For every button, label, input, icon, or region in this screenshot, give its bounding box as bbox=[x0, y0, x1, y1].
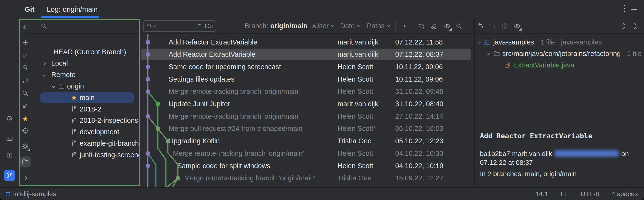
file-row[interactable]: java-samples1 filejava-samples bbox=[475, 37, 644, 47]
favorite-branches-icon[interactable]: ★ bbox=[20, 113, 30, 124]
sidebar-item-example-git-branch[interactable]: example-git-branch bbox=[31, 138, 140, 149]
caret-position-widget[interactable]: 14:1 bbox=[535, 190, 548, 198]
expand-panel-icon[interactable] bbox=[20, 173, 30, 183]
commit-author: Trisha Gee bbox=[338, 137, 394, 145]
caret-corner bbox=[449, 28, 452, 31]
commit-datetime: 07.12.22 at 08:37 bbox=[480, 159, 533, 166]
file-row[interactable]: src/main/java/com/jetbrains/refactoring1… bbox=[475, 49, 644, 59]
problems-icon[interactable] bbox=[4, 150, 15, 161]
group-by-directory-icon[interactable] bbox=[20, 156, 30, 167]
user-filter[interactable]: User bbox=[314, 19, 334, 34]
changed-files-tree: java-samples1 filejava-samplessrc/main/j… bbox=[475, 34, 644, 124]
expand-all-icon[interactable] bbox=[618, 21, 628, 31]
file-meta: java-samples bbox=[561, 38, 602, 46]
sidebar-item-main[interactable]: ★main bbox=[31, 92, 140, 103]
project-widget[interactable]: intellij-samples bbox=[6, 187, 56, 200]
commit-row[interactable]: Merge remote-tracking branch 'origin/mai… bbox=[141, 148, 471, 159]
preview-diff-icon[interactable] bbox=[512, 21, 522, 31]
branch-label: Remote bbox=[51, 71, 76, 79]
commit-author: marit.van.dijk bbox=[512, 150, 552, 157]
main-region: +↙⇄↙★ HEAD (Current Branch)LocalRemoteor… bbox=[0, 19, 644, 187]
branch-icon bbox=[70, 129, 77, 135]
toolbar-separator bbox=[396, 21, 396, 31]
paths-filter[interactable]: Paths bbox=[367, 19, 390, 34]
file-row[interactable]: ExtractVariable.java bbox=[475, 60, 644, 70]
collapse-all-icon[interactable] bbox=[630, 21, 641, 31]
commit-row[interactable]: Upgrading KotlinTrisha Gee05.10.22, 12:2… bbox=[141, 135, 471, 147]
hide-tool-window-icon[interactable] bbox=[631, 9, 637, 10]
search-branch-icon[interactable] bbox=[20, 88, 30, 98]
commit-row[interactable]: Merge remote-tracking branch 'origin/mai… bbox=[141, 172, 471, 184]
eye-options-icon[interactable] bbox=[442, 21, 452, 31]
services-icon[interactable] bbox=[4, 113, 15, 124]
java-icon bbox=[504, 62, 511, 68]
commit-row[interactable]: Add Reactor ExtractVariablemarit.van.dij… bbox=[141, 49, 471, 60]
sidebar-item-head-current-branch-[interactable]: HEAD (Current Branch) bbox=[31, 47, 140, 57]
chevron-right-icon[interactable] bbox=[43, 62, 46, 65]
diff-preview-icon[interactable]: ↙ bbox=[20, 50, 30, 61]
commit-row[interactable]: Add Refactor ExtractVariablemarit.van.di… bbox=[141, 36, 471, 48]
cherry-pick-icon[interactable] bbox=[428, 21, 439, 31]
branch-icon bbox=[70, 151, 77, 158]
version-control-icon[interactable] bbox=[4, 170, 15, 181]
commit-row[interactable]: Sample code for split windowsHelen Scott… bbox=[141, 160, 471, 172]
navigate-log-icon[interactable]: ↙ bbox=[20, 100, 30, 111]
commit-row[interactable]: Update Junit Jupitermarit.van.dijk31.10.… bbox=[141, 98, 471, 110]
commit-row[interactable]: Merge remote-tracking branch 'origin/mai… bbox=[141, 86, 471, 97]
regex-toggle[interactable]: .* bbox=[196, 22, 201, 30]
commit-row[interactable]: Settings files updatesHelen Scott10.11.2… bbox=[141, 73, 471, 85]
commit-date: 04.10.22, 10:19 bbox=[395, 162, 444, 170]
chevron-down-icon[interactable] bbox=[43, 73, 46, 76]
match-case-toggle[interactable]: Cc bbox=[205, 22, 213, 30]
chevron-left-glyph bbox=[23, 25, 28, 29]
commit-row[interactable]: Merge remote-tracking branch 'origin/mai… bbox=[141, 111, 471, 122]
compare-with-local-icon[interactable] bbox=[476, 21, 486, 31]
refresh-log-icon[interactable] bbox=[416, 21, 427, 31]
show-history-icon[interactable] bbox=[500, 21, 510, 31]
new-branch-icon[interactable]: + bbox=[20, 38, 30, 48]
search-icon bbox=[146, 23, 153, 29]
terminal-icon[interactable] bbox=[4, 133, 15, 144]
sidebar-item-junit-testing-screenc[interactable]: junit-testing-screenc bbox=[31, 150, 140, 160]
branch-filter[interactable]: Branch: origin/main × bbox=[244, 19, 316, 34]
go-to-hash-icon[interactable] bbox=[454, 21, 464, 31]
commit-list: Add Refactor ExtractVariablemarit.van.di… bbox=[140, 34, 474, 187]
sidebar-item-remote[interactable]: Remote bbox=[31, 69, 140, 80]
commit-date: 10.11.22, 09:06 bbox=[395, 63, 443, 71]
log-search-field[interactable]: .* Cc bbox=[143, 20, 216, 32]
title-bar: Git Log: origin/main ⋮ bbox=[0, 0, 644, 19]
settings-icon[interactable] bbox=[20, 141, 30, 152]
sidebar-item-2018-2-inspections[interactable]: 2018-2-inspections bbox=[31, 115, 140, 126]
tab-log-origin-main[interactable]: Log: origin/main bbox=[47, 5, 98, 13]
commit-row[interactable]: Same code for upcoming screencastHelen S… bbox=[141, 61, 471, 73]
sidebar-item-2018-2[interactable]: 2018-2 bbox=[31, 104, 140, 115]
commit-author: Helen Scott bbox=[338, 150, 394, 157]
commit-hash[interactable]: ba1b2ba7 bbox=[480, 150, 510, 157]
hide-panel-icon[interactable] bbox=[20, 22, 30, 33]
fetch-icon[interactable]: ⇄ bbox=[20, 76, 30, 86]
locate-branch-icon[interactable] bbox=[20, 125, 30, 136]
encoding-widget[interactable]: UTF-8 bbox=[580, 190, 599, 198]
delete-branch-icon[interactable] bbox=[20, 62, 30, 73]
branches-search-input[interactable] bbox=[50, 20, 136, 31]
sidebar-item-local[interactable]: Local bbox=[31, 58, 140, 69]
commit-meta: ba1b2ba7 marit.van.dijkon 07.12.22 at 08… bbox=[480, 149, 637, 167]
commit-date: 27.10.22, 14:14 bbox=[395, 113, 444, 120]
indent-widget[interactable]: 4 spaces bbox=[612, 190, 638, 198]
more-options-icon[interactable]: ⋮ bbox=[620, 3, 629, 13]
rollback-icon[interactable] bbox=[488, 21, 498, 31]
commit-message: Merge remote-tracking branch 'origin/mai… bbox=[184, 174, 315, 182]
commit-row[interactable]: Merge pull request #24 from trishagee/ma… bbox=[141, 123, 471, 134]
chevron-down-icon[interactable] bbox=[486, 52, 490, 55]
chevron-right-glyph bbox=[402, 24, 406, 28]
chevron-down-icon[interactable] bbox=[52, 84, 55, 88]
chevron-down-icon[interactable] bbox=[478, 40, 481, 44]
date-filter[interactable]: Date bbox=[340, 19, 360, 34]
file-label: java-samples bbox=[493, 38, 534, 46]
chevron-down-icon bbox=[331, 24, 334, 27]
show-more-filters-icon[interactable] bbox=[399, 21, 409, 31]
log-search-input[interactable] bbox=[156, 22, 192, 30]
sidebar-item-development[interactable]: development bbox=[31, 127, 140, 137]
sidebar-item-origin[interactable]: origin bbox=[31, 81, 140, 92]
line-separator-widget[interactable]: LF bbox=[560, 190, 568, 198]
